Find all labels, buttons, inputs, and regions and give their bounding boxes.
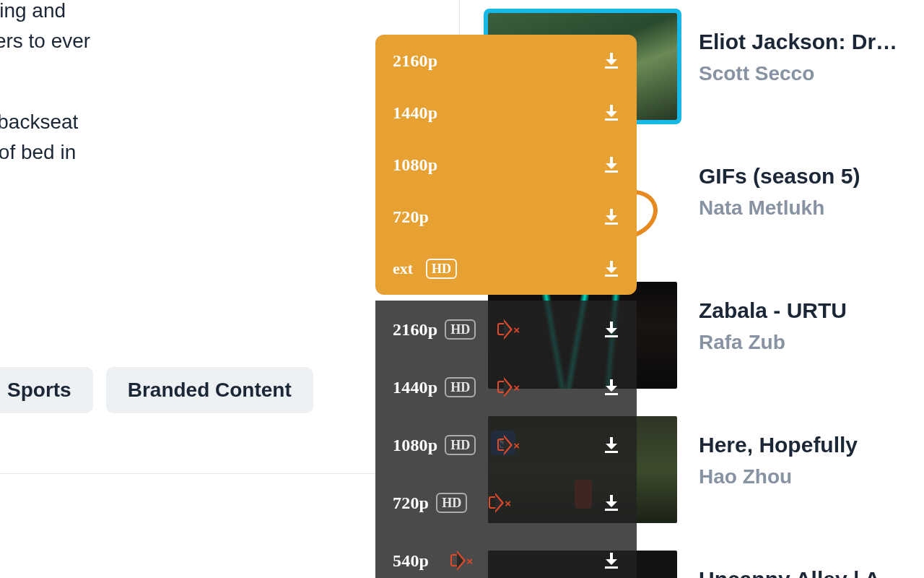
text-line: ook a backseat	[0, 111, 78, 133]
related-title[interactable]: Here, Hopefully	[699, 432, 858, 458]
resolution-label: 1080p	[393, 155, 437, 175]
related-title[interactable]: Zabala - URTU	[699, 298, 847, 324]
resolution-label: 1440p	[393, 378, 437, 397]
related-author[interactable]: Nata Metlukh	[699, 197, 860, 220]
download-panel-orange: 2160p 1440p 1080p 720p ext HD	[375, 35, 637, 295]
description-fragment-2: ook a backseat m out of bed in	[0, 107, 144, 168]
related-title[interactable]: Uncanny Alley | A…	[699, 566, 902, 578]
download-icon[interactable]	[603, 209, 619, 225]
hd-badge: HD	[445, 377, 476, 397]
text-line: m out of bed in	[0, 141, 76, 163]
download-option-1080p-muted[interactable]: 1080p HD ×	[375, 416, 637, 474]
related-text: GIFs (season 5) Nata Metlukh	[699, 147, 860, 220]
muted-icon: ×	[487, 492, 509, 514]
download-option-1440p-muted[interactable]: 1440p HD ×	[375, 358, 637, 416]
download-icon[interactable]	[603, 105, 619, 121]
download-icon[interactable]	[603, 261, 619, 277]
muted-icon: ×	[496, 434, 518, 456]
hd-badge: HD	[445, 435, 476, 455]
related-text: Eliot Jackson: Dr… Scott Secco	[699, 13, 897, 85]
related-title[interactable]: Eliot Jackson: Dr…	[699, 29, 897, 55]
ext-label: ext	[393, 259, 413, 278]
download-option-540p-muted[interactable]: 540p ×	[375, 532, 637, 578]
download-option-1440p[interactable]: 1440p	[375, 87, 637, 139]
related-title[interactable]: GIFs (season 5)	[699, 163, 860, 189]
related-text: Zabala - URTU Rafa Zub	[699, 282, 847, 354]
resolution-label: 720p	[393, 207, 429, 227]
resolution-label: 1440p	[393, 103, 437, 123]
resolution-label: 540p	[393, 551, 429, 571]
muted-icon: ×	[496, 376, 518, 398]
resolution-label: 2160p	[393, 51, 437, 71]
related-author[interactable]: Rafa Zub	[699, 331, 847, 354]
tag-row: Sports Branded Content	[0, 367, 313, 413]
resolution-label: 2160p	[393, 320, 437, 340]
download-icon[interactable]	[603, 495, 619, 511]
download-icon[interactable]	[603, 553, 619, 569]
download-icon[interactable]	[603, 157, 619, 173]
hd-badge: HD	[426, 259, 457, 279]
tag-sports[interactable]: Sports	[0, 367, 93, 413]
download-option-720p-muted[interactable]: 720p HD ×	[375, 474, 637, 532]
related-author[interactable]: Scott Secco	[699, 62, 897, 85]
related-text: Here, Hopefully Hao Zhou	[699, 416, 858, 488]
download-icon[interactable]	[603, 322, 619, 337]
tag-branded-content[interactable]: Branded Content	[106, 367, 313, 413]
text-line: s riders to ever	[0, 30, 90, 52]
text-line: building and	[0, 0, 66, 22]
related-author[interactable]: Hao Zhou	[699, 465, 858, 488]
download-icon[interactable]	[603, 53, 619, 69]
download-option-2160p-muted[interactable]: 2160p HD ×	[375, 301, 637, 358]
resolution-label: 1080p	[393, 436, 437, 455]
download-option-720p[interactable]: 720p	[375, 191, 637, 243]
download-option-2160p[interactable]: 2160p	[375, 35, 637, 87]
resolution-label: 720p	[393, 493, 429, 513]
hd-badge: HD	[436, 493, 467, 513]
download-option-ext-hd[interactable]: ext HD	[375, 243, 637, 295]
download-icon[interactable]	[603, 437, 619, 453]
related-text: Uncanny Alley | A…	[699, 551, 902, 578]
download-icon[interactable]	[603, 379, 619, 395]
description-fragment-1: building and s riders to ever	[0, 0, 144, 56]
muted-icon: ×	[449, 550, 471, 571]
muted-icon: ×	[496, 319, 518, 340]
download-panel-dark: 2160p HD × 1440p HD × 1080p HD × 720p HD…	[375, 301, 637, 578]
download-option-1080p[interactable]: 1080p	[375, 139, 637, 191]
hd-badge: HD	[445, 319, 476, 340]
